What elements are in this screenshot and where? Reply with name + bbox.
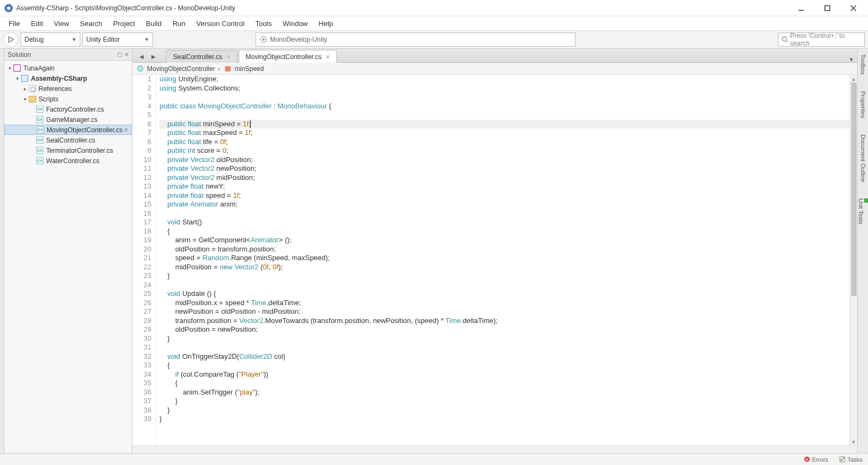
code-line[interactable]: private Vector2 newPosition; [159, 164, 850, 173]
code-line[interactable]: if (col.CompareTag ("Player")) [159, 370, 850, 379]
chevron-down-icon: ▼ [72, 37, 76, 42]
code-line[interactable]: speed = Random.Range (minSpeed, maxSpeed… [159, 254, 850, 263]
expander-icon[interactable]: ▾ [14, 76, 21, 81]
tab-overflow-dropdown[interactable]: ▼ [849, 57, 854, 62]
code-line[interactable]: } [159, 272, 850, 281]
vertical-scrollbar[interactable]: ▲ ▼ [850, 75, 857, 445]
code-line[interactable]: { [159, 361, 850, 370]
menu-version-control[interactable]: Version Control [191, 17, 250, 30]
expander-icon[interactable]: ▾ [22, 96, 28, 102]
minimize-button[interactable] [793, 3, 809, 14]
code-line[interactable]: } [159, 397, 850, 406]
code-line[interactable]: midPosition = new Vector2 (0f, 0f); [159, 263, 850, 272]
code-line[interactable]: void Start() [159, 218, 850, 227]
tab-active[interactable]: MovingObjectController.cs × [239, 50, 337, 63]
menu-file[interactable]: File [3, 17, 25, 30]
expander-icon[interactable]: ▾ [7, 66, 13, 71]
right-panel-toolbox[interactable]: Toolbox [860, 52, 866, 77]
code-line[interactable]: } [159, 415, 850, 424]
status-errors[interactable]: ✕ Errors [802, 456, 831, 463]
breadcrumb-member[interactable]: minSpeed [234, 65, 264, 73]
scroll-up-icon[interactable]: ▲ [851, 75, 856, 82]
code-line[interactable]: oldPosition = newPosition; [159, 325, 850, 334]
tree-project[interactable]: ▾ Assembly-CSharp [4, 73, 132, 83]
tree-file[interactable]: C#MovingObjectController.cs⚙ [4, 125, 132, 135]
code-line[interactable]: void Update () { [159, 289, 850, 299]
code-line[interactable]: public int score = 0; [159, 146, 850, 156]
menu-project[interactable]: Project [108, 17, 141, 30]
tree-file[interactable]: C#SealController.cs [4, 135, 132, 145]
scrollbar-thumb[interactable] [851, 82, 857, 296]
tree-file[interactable]: C#GameManager.cs [4, 114, 132, 125]
code-line[interactable] [159, 209, 850, 218]
maximize-button[interactable] [819, 3, 835, 14]
code-line[interactable]: } [159, 334, 850, 344]
code-line[interactable]: midPosition.x = speed * Time.deltaTime; [159, 299, 850, 308]
code-body[interactable]: using UnityEngine;using System.Collectio… [156, 75, 850, 445]
tree-file[interactable]: C#WaterController.cs [4, 156, 132, 166]
code-line[interactable]: private Vector2 midPosition; [159, 173, 850, 183]
code-line[interactable] [159, 343, 850, 352]
menu-view[interactable]: View [48, 17, 74, 30]
code-line[interactable]: void OnTriggerStay2D(Collider2D col) [159, 352, 850, 361]
code-line[interactable]: public float life = 0f; [159, 138, 850, 147]
right-panel-document-outline[interactable]: Document Outline [860, 132, 866, 184]
target-dropdown[interactable]: Unity Editor ▼ [82, 33, 153, 47]
code-line[interactable]: private Vector2 oldPosition; [159, 156, 850, 165]
global-search-field[interactable]: Press 'Control+,' to search [778, 33, 865, 47]
right-panel-unit-tests[interactable]: Unit Tests [858, 196, 869, 227]
horizontal-scrollbar[interactable] [132, 445, 857, 453]
code-line[interactable]: newPosition = oldPosition - midPosition; [159, 307, 850, 317]
code-line[interactable]: public float maxSpeed = 1f; [159, 128, 850, 138]
status-tasks[interactable]: Tasks [837, 456, 865, 463]
tree-references[interactable]: ▸ References [4, 83, 132, 94]
tree-file[interactable]: C#TerminatorController.cs [4, 145, 132, 156]
menu-build[interactable]: Build [141, 17, 167, 30]
tab-close-icon[interactable]: × [227, 53, 231, 61]
code-line[interactable]: { [159, 379, 850, 388]
code-line[interactable]: public class MovingObjectController : Mo… [159, 102, 850, 111]
pin-icon[interactable]: ▢ [117, 51, 122, 57]
config-dropdown[interactable]: Debug ▼ [21, 33, 80, 47]
center-search-text: MonoDevelop-Unity [270, 36, 327, 43]
menu-search[interactable]: Search [74, 17, 107, 30]
menu-help[interactable]: Help [313, 17, 339, 30]
code-line[interactable]: public float minSpeed = 1f; [159, 120, 850, 129]
code-line[interactable]: using System.Collections; [159, 84, 850, 93]
close-button[interactable] [845, 3, 861, 14]
menu-edit[interactable]: Edit [25, 17, 48, 30]
code-line[interactable] [159, 111, 850, 120]
left-collapsed-panel[interactable] [0, 49, 4, 453]
close-icon[interactable]: ✕ [124, 51, 129, 57]
code-line[interactable]: private float speed = 1f; [159, 191, 850, 201]
code-line[interactable]: { [159, 227, 850, 236]
code-line[interactable] [159, 93, 850, 102]
menu-tools[interactable]: Tools [250, 17, 277, 30]
center-search-field[interactable]: MonoDevelop-Unity [256, 33, 576, 47]
code-line[interactable]: anim.SetTrigger ("play"); [159, 388, 850, 397]
nav-forward-button[interactable]: ► [148, 50, 159, 62]
code-line[interactable]: oldPosition = transform.position; [159, 245, 850, 254]
code-line[interactable] [159, 281, 850, 290]
code-line[interactable]: using UnityEngine; [159, 75, 850, 84]
expander-icon[interactable]: ▸ [22, 86, 28, 92]
scroll-down-icon[interactable]: ▼ [851, 438, 856, 445]
code-line[interactable]: anim = GetComponent<Animator> (); [159, 236, 850, 245]
code-line[interactable]: } [159, 406, 850, 415]
solution-tree: ▾ TunaAgain ▾ Assembly-CSharp ▸ Referenc… [4, 61, 132, 168]
right-panel-properties[interactable]: Properties [860, 89, 866, 120]
tab-close-icon[interactable]: × [326, 53, 330, 61]
nav-back-button[interactable]: ◄ [136, 50, 148, 62]
tree-solution-root[interactable]: ▾ TunaAgain [4, 63, 132, 73]
code-editor[interactable]: 1234567891011121314151617181920212223242… [132, 75, 857, 445]
code-line[interactable]: private float newY; [159, 182, 850, 191]
menu-run[interactable]: Run [167, 17, 191, 30]
code-line[interactable]: transform.position = Vector2.MoveTowards… [159, 317, 850, 326]
run-button[interactable] [3, 32, 18, 47]
tab-inactive[interactable]: SealController.cs × [166, 50, 238, 63]
tree-scripts-folder[interactable]: ▾ Scripts [4, 94, 132, 104]
breadcrumb-class[interactable]: MovingObjectController [147, 65, 215, 73]
code-line[interactable]: private Animator anim; [159, 200, 850, 209]
tree-file[interactable]: C#FactoryController.cs [4, 104, 132, 114]
menu-window[interactable]: Window [277, 17, 313, 30]
